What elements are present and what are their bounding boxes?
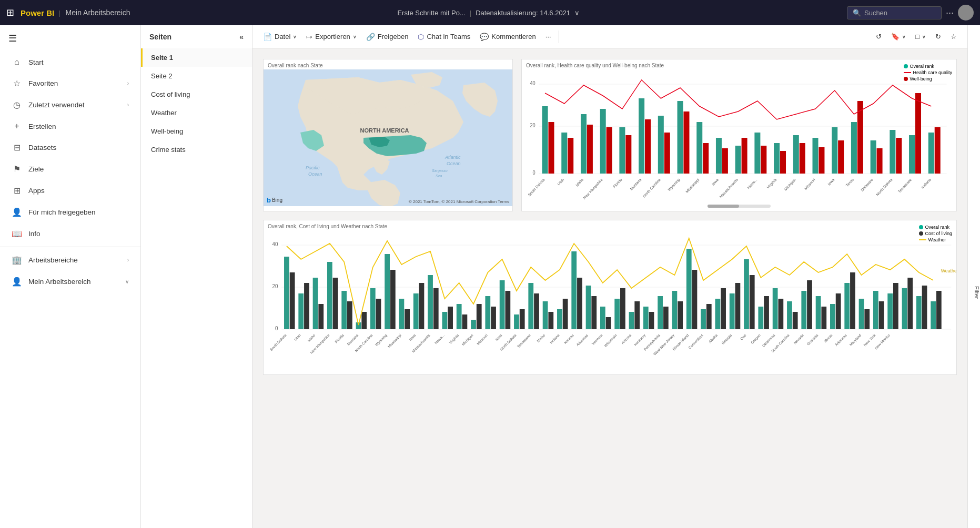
svg-rect-136 [663,307,669,329]
sidebar-item-freigegeben[interactable]: 👤 Für mich freigegeben [3,202,137,222]
svg-text:Ocean: Ocean [308,171,322,177]
page-item-crime-stats[interactable]: Crime stats [141,140,252,159]
svg-rect-118 [534,293,539,329]
svg-rect-125 [586,286,591,329]
report-canvas[interactable]: Overall rank nach State [252,48,967,528]
svg-rect-54 [928,133,934,174]
sidebar-divider [0,247,140,247]
map-container: Pacific Ocean Atlantic Ocean Sargasso Se… [264,69,512,206]
chat-in-teams-button[interactable]: ⬡ Chat in Teams [413,30,474,44]
svg-text:Alaska: Alaska [708,333,718,344]
svg-rect-171 [916,296,922,329]
datei-button[interactable]: 📄 Datei ∨ [259,30,301,44]
svg-rect-116 [520,309,525,329]
legend-overall-dot [904,64,908,68]
bar-chart-bottom-box[interactable]: Overall rank, Cost of living und Weather… [263,220,957,375]
svg-text:Kansas: Kansas [563,333,574,344]
svg-rect-137 [672,291,678,329]
bing-watermark: b Bing [267,196,282,204]
page-item-seite1[interactable]: Seite 1 [141,48,252,67]
hamburger-menu[interactable]: ☰ [0,25,140,52]
svg-text:Utah: Utah [557,177,565,187]
refresh-button[interactable]: ↻ [931,30,945,43]
page-item-weather[interactable]: Weather [141,104,252,122]
user-avatar[interactable] [958,5,974,21]
search-box[interactable]: 🔍 Suchen [847,6,942,19]
freigeben-label: Freigeben [378,33,409,40]
svg-rect-20 [600,109,606,174]
svg-rect-162 [850,272,855,329]
svg-rect-153 [787,301,792,329]
sidebar-item-arbeitsbereiche[interactable]: 🏢 Arbeitsbereiche › [3,250,137,270]
legend-bottom-overall-dot [919,225,923,229]
waffle-icon[interactable]: ⊞ [6,7,14,18]
svg-rect-36 [754,133,760,174]
svg-text:Massachusetts: Massachusetts [719,177,739,199]
svg-rect-112 [491,307,496,329]
svg-rect-123 [571,251,577,329]
datei-label: Datei [275,33,290,40]
pages-collapse-icon[interactable]: « [239,33,244,41]
page-item-well-being[interactable]: Well-being [141,122,252,140]
main-layout: ☰ ⌂ Start ☆ Favoriten › ◷ Zuletzt verwen… [0,25,980,528]
bar-chart-top-legend: Overal rank Health care quality Well-bei… [904,64,952,83]
undo-button[interactable]: ↺ [872,30,886,43]
svg-rect-108 [462,314,468,329]
svg-text:Pacific: Pacific [306,165,320,170]
pages-header: Seiten « [141,25,252,48]
sidebar-label-freigegeben: Für mich freigegeben [28,208,129,216]
svg-text:Iowa: Iowa [408,333,416,342]
svg-rect-49 [877,148,883,174]
exportieren-button[interactable]: ↦ Exportieren ∨ [302,30,360,44]
freigeben-button[interactable]: 🔗 Freigeben [362,30,413,44]
svg-text:Idaho: Idaho [575,177,584,188]
view-button[interactable]: □ ∨ [911,30,930,43]
page-item-cost-of-living[interactable]: Cost of living [141,85,252,104]
svg-rect-110 [477,304,482,329]
sidebar-item-favoriten[interactable]: ☆ Favoriten › [3,73,137,94]
svg-rect-122 [563,299,568,329]
svg-rect-101 [413,293,419,329]
datei-caret-icon: ∨ [293,34,297,39]
bookmark-button[interactable]: 🔖 ∨ [887,30,910,43]
topnav: ⊞ Power BI | Mein Arbeitsbereich Erste S… [0,0,980,25]
date-caret-icon[interactable]: ∨ [574,9,580,17]
svg-rect-133 [643,307,649,329]
filter-panel[interactable]: Filter [967,25,980,528]
sidebar-item-erstellen[interactable]: + Erstellen [3,116,137,136]
sidebar-label-arbeitsbereiche: Arbeitsbereiche [28,256,121,264]
sidebar-item-ziele[interactable]: ⚑ Ziele [3,159,137,179]
legend-bottom-cost: Cost of living [919,231,952,236]
svg-rect-97 [385,254,390,329]
svg-text:Nevada: Nevada [793,333,804,345]
svg-rect-99 [399,299,405,329]
chart-scroll-bar[interactable] [708,205,771,208]
map-chart-box[interactable]: Overall rank nach State [263,59,513,211]
bar-chart-top-box[interactable]: Overall rank, Health care quality und We… [521,59,957,211]
kommentieren-button[interactable]: 💬 Kommentieren [476,30,540,44]
toolbar-more-button[interactable]: ··· [541,30,555,43]
svg-rect-88 [318,304,324,329]
legend-bottom-cost-dot [919,231,923,236]
sidebar-item-info[interactable]: 📖 Info [3,224,137,244]
sidebar-item-apps[interactable]: ⊞ Apps [3,180,137,201]
weather-chart-label: Weather [941,268,956,273]
svg-text:Montana: Montana [347,333,359,346]
sidebar-item-start[interactable]: ⌂ Start [3,52,137,72]
chart-scroll-thumb[interactable] [708,205,739,208]
sidebar-item-zuletzt[interactable]: ◷ Zuletzt verwendet › [3,95,137,115]
favorite-button[interactable]: ☆ [946,30,961,43]
svg-rect-134 [649,312,654,329]
svg-rect-48 [871,140,876,174]
bar-chart-top-svg: 40 20 0 [522,69,956,202]
svg-text:Kentucky: Kentucky [633,333,647,347]
brand-logo: Power BI [21,8,54,17]
sidebar-item-datasets[interactable]: ⊟ Datasets [3,137,137,158]
svg-rect-147 [744,259,749,329]
topnav-more-icon[interactable]: ··· [946,7,954,18]
data-refresh-date: Datenaktualisierung: 14.6.2021 [476,9,570,17]
svg-text:Arkansas: Arkansas [834,333,847,347]
svg-rect-84 [290,272,295,329]
page-item-seite2[interactable]: Seite 2 [141,67,252,85]
sidebar-item-mein-arbeitsbereich[interactable]: 👤 Mein Arbeitsbereich ∨ [3,271,137,292]
